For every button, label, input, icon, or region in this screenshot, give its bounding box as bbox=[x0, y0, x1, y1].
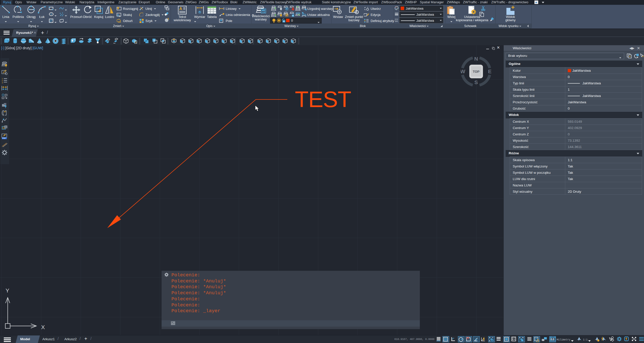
svg-text:A: A bbox=[220, 21, 222, 22]
svg-text:Y: Y bbox=[6, 289, 9, 294]
svg-text:A: A bbox=[179, 7, 182, 11]
svg-text:0.0: 0.0 bbox=[551, 338, 554, 341]
svg-text:X: X bbox=[41, 324, 45, 330]
